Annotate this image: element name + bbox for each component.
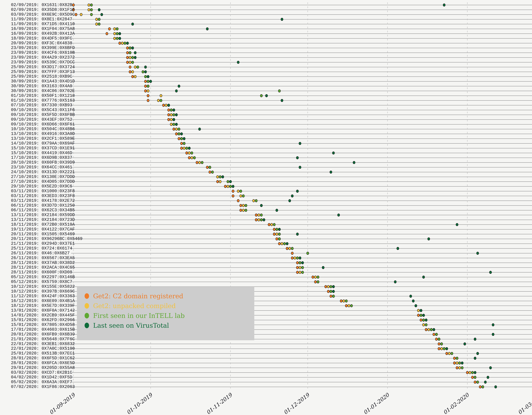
data-point-compiled xyxy=(134,66,136,68)
data-point-lab xyxy=(260,218,263,221)
data-point-vt xyxy=(299,257,301,259)
data-point-vt xyxy=(332,285,334,288)
data-point-vt xyxy=(456,223,458,226)
data-point-c2 xyxy=(433,333,435,336)
data-point-lab xyxy=(219,176,221,178)
data-point-vt xyxy=(150,80,152,83)
data-point-compiled xyxy=(165,104,167,107)
data-point-lab xyxy=(242,195,245,197)
data-point-c2 xyxy=(425,328,427,331)
data-point-lab xyxy=(476,381,479,384)
data-point-compiled xyxy=(422,324,425,326)
data-point-vt xyxy=(476,352,479,355)
data-point-c2 xyxy=(255,218,257,221)
data-point-vt xyxy=(289,199,291,202)
data-point-vt xyxy=(494,385,497,388)
y-axis-label: 14/01/2020: 0X2CB9:0X445F xyxy=(11,313,75,318)
y-axis-label: 13/11/2019: 0X2184:0X723D xyxy=(11,217,75,222)
data-point-vt xyxy=(134,56,136,59)
data-point-vt xyxy=(188,147,190,149)
data-point-lab xyxy=(458,362,461,364)
data-point-c2 xyxy=(345,304,347,307)
y-axis-label: 25/01/2020: 0X513B:0X7EC1 xyxy=(11,351,75,356)
data-point-lab xyxy=(147,80,149,83)
data-point-lab xyxy=(129,47,131,49)
data-point-c2 xyxy=(72,4,75,6)
data-point-c2 xyxy=(296,261,299,264)
data-point-c2 xyxy=(325,285,327,288)
data-point-vt xyxy=(101,13,103,16)
legend-label: First seen in our InTELL lab xyxy=(93,312,185,319)
data-point-c2 xyxy=(232,195,234,197)
legend-label: Last seen on VirusTotal xyxy=(93,322,169,329)
data-point-compiled xyxy=(253,199,255,202)
data-point-lab xyxy=(178,133,180,135)
data-point-compiled xyxy=(276,233,278,236)
data-point-compiled xyxy=(170,118,172,121)
data-point-vt xyxy=(175,123,178,126)
data-point-c2 xyxy=(296,271,299,274)
data-point-vt xyxy=(299,166,301,169)
data-point-vt xyxy=(301,261,304,264)
chart-root: 02/09/2019: 0X1631:0X82B02/09/2019: 0X35… xyxy=(0,0,532,415)
data-point-vt xyxy=(332,290,334,293)
legend: Get2: C2 domain registered Get2: unpacke… xyxy=(77,287,254,340)
data-point-vt xyxy=(119,32,121,35)
data-point-c2 xyxy=(168,113,170,116)
y-axis-label: 29/10/2019: 0X5E2D:0X9C6 xyxy=(11,184,72,189)
data-point-compiled xyxy=(299,266,301,269)
data-point-lab xyxy=(245,204,247,207)
legend-label: Get2: unpacked compiled xyxy=(93,302,176,310)
y-axis-label: 23/09/2019: 0X4A29:0X2372 xyxy=(11,55,75,60)
data-point-vt xyxy=(175,89,178,92)
data-point-c2 xyxy=(438,343,440,345)
y-axis-label: 17/10/2019: 0X6D9B:0X837 xyxy=(11,155,72,160)
data-point-c2 xyxy=(178,137,180,140)
y-axis-label: 26/11/2019: 0X6567:0X3EA5 xyxy=(11,256,75,260)
y-axis-label: 30/09/2019: 0X3163:0X4A0 xyxy=(11,84,72,89)
data-point-vt xyxy=(173,109,175,111)
data-point-vt xyxy=(178,85,180,88)
data-point-compiled xyxy=(448,352,450,355)
data-point-vt xyxy=(183,137,185,140)
data-point-vt xyxy=(260,204,263,207)
y-axis-label: 30/09/2019: 0X1A43:0X4D1D xyxy=(11,79,75,84)
data-point-vt xyxy=(134,51,136,54)
data-point-compiled xyxy=(95,23,98,25)
data-point-lab xyxy=(201,161,203,164)
data-point-c2 xyxy=(126,51,129,54)
data-point-vt xyxy=(397,247,399,250)
data-point-vt xyxy=(286,242,288,245)
data-point-compiled xyxy=(88,9,90,11)
data-point-vt xyxy=(474,357,476,360)
data-point-vt xyxy=(474,371,476,374)
legend-marker-vt-icon xyxy=(85,323,89,328)
data-point-lab xyxy=(345,300,347,302)
data-point-vt xyxy=(484,381,486,384)
data-point-c2 xyxy=(268,223,270,226)
y-axis-label: 06/11/2019: 0X62C3:0X34B5 xyxy=(11,208,75,213)
data-point-c2 xyxy=(224,185,227,188)
data-point-lab xyxy=(330,290,332,293)
data-point-vt xyxy=(126,42,129,45)
data-point-lab xyxy=(142,70,144,73)
data-point-c2 xyxy=(286,247,288,250)
data-point-compiled xyxy=(219,180,221,183)
y-axis-label: 05/12/2019: 0X2297:0X146B xyxy=(11,275,75,279)
y-axis-label: 28/11/2019: 0X2ACA:0X4C65 xyxy=(11,265,75,270)
data-point-lab xyxy=(299,261,301,264)
data-point-vt xyxy=(422,276,425,278)
data-point-compiled xyxy=(348,304,350,307)
data-point-lab xyxy=(255,199,257,202)
data-point-c2 xyxy=(129,70,131,73)
data-point-compiled xyxy=(299,271,301,274)
data-point-lab xyxy=(443,347,445,350)
data-point-vt xyxy=(464,343,466,345)
data-point-c2 xyxy=(108,28,111,30)
data-point-c2 xyxy=(435,338,437,340)
legend-item-c2-domain-registered: Get2: C2 domain registered xyxy=(85,293,183,299)
y-axis-label: 07/02/2020: 0X1F86:0X2063 xyxy=(11,385,75,389)
data-point-lab xyxy=(422,319,425,321)
y-axis-label: 09/10/2019: 0X6D66:0X6F61 xyxy=(11,122,75,127)
data-point-c2 xyxy=(175,133,178,135)
